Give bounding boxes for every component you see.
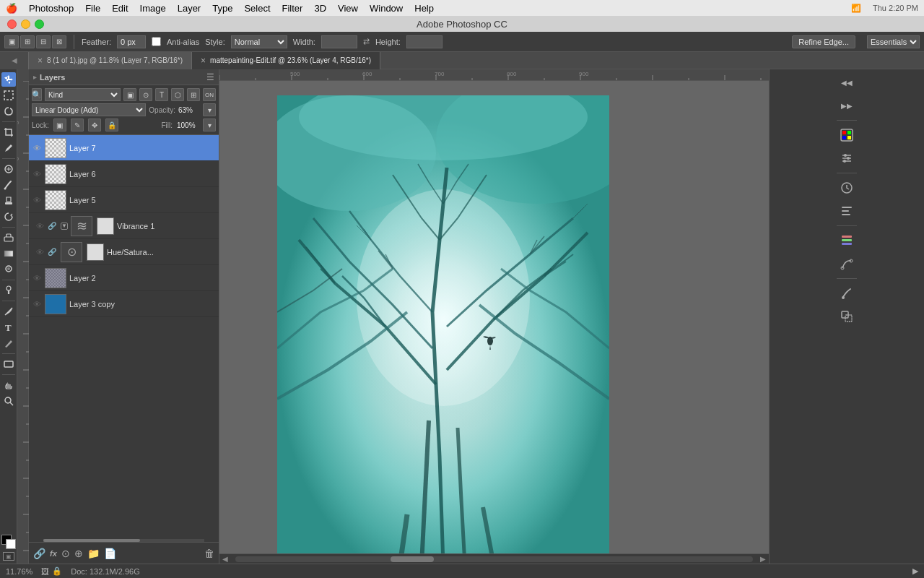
scroll-track[interactable] (235, 556, 753, 562)
menu-filter[interactable]: Filter (282, 3, 303, 14)
layer-item-layer2[interactable]: 👁 Layer 2 (29, 265, 219, 291)
new-group-btn[interactable]: 📁 (87, 548, 100, 559)
fill-arrow[interactable]: ▾ (203, 118, 216, 131)
blur-tool[interactable] (1, 262, 16, 277)
scroll-left-btn[interactable]: ◀ (219, 555, 231, 563)
layer2-visibility[interactable]: 👁 (32, 273, 42, 283)
new-layer-btn[interactable]: 📄 (104, 548, 116, 559)
vibrance1-visibility[interactable]: 👁 (35, 221, 45, 231)
menu-image[interactable]: Image (140, 3, 166, 14)
menu-window[interactable]: Window (370, 3, 403, 14)
new-selection-btn[interactable]: ▣ (4, 35, 19, 48)
layer-fx-btn[interactable]: fx (50, 549, 57, 558)
rectangle-select-tool[interactable] (1, 88, 16, 103)
smart-obj-filter-btn[interactable]: ⊞ (187, 88, 200, 101)
subtract-selection-btn[interactable]: ⊟ (36, 35, 51, 48)
menu-type[interactable]: Type (212, 3, 232, 14)
path-selection-tool[interactable] (1, 336, 16, 350)
color-btn[interactable] (837, 125, 857, 145)
horizontal-scrollbar[interactable]: ◀ ▶ (219, 553, 769, 564)
maximize-button[interactable] (35, 20, 44, 29)
eraser-tool[interactable] (1, 230, 16, 245)
menu-photoshop[interactable]: Photoshop (29, 3, 74, 14)
eyedropper-tool[interactable] (1, 141, 16, 155)
menu-select[interactable]: Select (244, 3, 270, 14)
adjustments-btn[interactable] (837, 148, 857, 168)
expand-panel-btn[interactable]: ▶▶ (837, 95, 857, 116)
gradient-tool[interactable] (1, 246, 16, 261)
menu-edit[interactable]: Edit (112, 3, 128, 14)
layer-item-layer5[interactable]: 👁 Layer 5 (29, 187, 219, 213)
layer3copy-visibility[interactable]: 👁 (32, 299, 42, 309)
menu-help[interactable]: Help (414, 3, 434, 14)
collapse-panel-btn[interactable]: ◀◀ (837, 72, 857, 92)
clone-source-btn[interactable] (837, 306, 857, 327)
hand-tool[interactable] (1, 378, 16, 392)
close-button[interactable] (7, 20, 17, 29)
feather-input[interactable] (117, 35, 146, 48)
history-brush-tool[interactable] (1, 210, 16, 224)
refine-edge-button[interactable]: Refine Edge... (792, 35, 855, 48)
lock-all-btn[interactable]: 🔒 (105, 118, 118, 131)
tab-2[interactable]: × mattepainting-Edit.tif @ 23.6% (Layer … (192, 52, 380, 69)
workspace-select[interactable]: Essentials (867, 35, 920, 48)
layer7-visibility[interactable]: 👁 (32, 143, 42, 153)
menu-file[interactable]: File (85, 3, 100, 14)
tab-scroll-left[interactable]: ◀ (0, 52, 29, 69)
lock-position-btn[interactable]: ✥ (88, 118, 101, 131)
adjustment-filter-btn[interactable]: ⊙ (139, 88, 152, 101)
layer-item-layer6[interactable]: 👁 Layer 6 (29, 161, 219, 187)
width-input[interactable] (321, 35, 357, 48)
clone-stamp-tool[interactable] (1, 194, 16, 208)
intersect-selection-btn[interactable]: ⊠ (52, 35, 66, 48)
shape-tool[interactable] (1, 357, 16, 371)
statusbar-icon1[interactable]: 🖼 (41, 567, 49, 576)
layer-item-layer7[interactable]: 👁 Layer 7 (29, 135, 219, 161)
tab-1[interactable]: × 8 (1 of 1).jpg @ 11.8% (Layer 7, RGB/1… (29, 52, 192, 69)
healing-brush-tool[interactable] (1, 162, 16, 176)
shape-filter-btn[interactable]: ⬡ (171, 88, 184, 101)
history-btn[interactable] (837, 178, 857, 198)
layer-item-layer3copy[interactable]: 👁 Layer 3 copy (29, 291, 219, 317)
scroll-right-arrow[interactable]: ▶ (912, 566, 918, 576)
channels-btn[interactable] (837, 230, 857, 251)
menu-layer[interactable]: Layer (178, 3, 201, 14)
kind-search-icon[interactable]: 🔍 (32, 88, 42, 101)
apple-menu[interactable]: 🍎 (6, 3, 17, 14)
pixel-filter-btn[interactable]: ▣ (123, 88, 136, 101)
zoom-level[interactable]: 11.76% (6, 567, 32, 576)
paths-btn[interactable] (837, 254, 857, 274)
kind-select[interactable]: Kind Name Effect Mode Attribute Color Sm… (45, 88, 121, 101)
brush-settings-btn[interactable] (837, 283, 857, 303)
layer-item-vibrance1[interactable]: 👁 🔗 ▼ ≋ Vibrance 1 (29, 213, 219, 239)
swap-icon[interactable]: ⇄ (363, 37, 370, 46)
scroll-thumb[interactable] (391, 556, 434, 562)
layers-panel-menu[interactable]: ☰ (206, 72, 214, 82)
height-input[interactable] (406, 35, 443, 48)
fill-value[interactable]: 100% (177, 121, 199, 129)
crop-tool[interactable] (1, 125, 16, 139)
minimize-button[interactable] (21, 20, 30, 29)
add-selection-btn[interactable]: ⊞ (20, 35, 35, 48)
layer5-visibility[interactable]: 👁 (32, 195, 42, 205)
huesat-visibility[interactable]: 👁 (35, 247, 45, 257)
tab-1-close[interactable]: × (38, 56, 43, 66)
link-layers-btn[interactable]: 🔗 (33, 548, 45, 559)
opacity-value[interactable]: 63% (178, 106, 200, 114)
brush-tool[interactable] (1, 178, 16, 192)
layer6-visibility[interactable]: 👁 (32, 169, 42, 179)
statusbar-icon2[interactable]: 🔒 (52, 566, 62, 576)
pen-tool[interactable] (1, 304, 16, 319)
foreground-color[interactable] (1, 535, 16, 549)
lasso-tool[interactable] (1, 104, 16, 118)
layers-panel-collapse[interactable]: ▸ (33, 73, 37, 81)
delete-layer-btn[interactable]: 🗑 (204, 548, 214, 559)
add-mask-btn[interactable]: ⊙ (61, 548, 70, 559)
blend-mode-select[interactable]: Linear Dodge (Add) Normal Multiply Scree… (32, 103, 146, 116)
tab-2-close[interactable]: × (201, 56, 206, 66)
adjustment-layer-btn[interactable]: ⊕ (74, 548, 83, 559)
layer-item-hue-sat[interactable]: 👁 🔗 ⊙ Hue/Satura... (29, 239, 219, 265)
actions-btn[interactable] (837, 201, 857, 221)
zoom-tool[interactable] (1, 394, 16, 408)
dodge-tool[interactable] (1, 283, 16, 298)
